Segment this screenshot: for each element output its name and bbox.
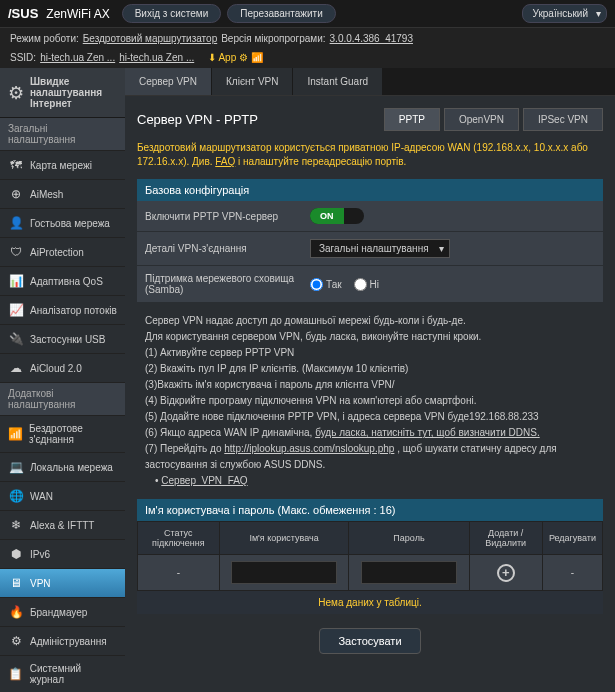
sidebar-item[interactable]: ☁AiCloud 2.0: [0, 354, 125, 383]
menu-icon: 🖥: [8, 576, 24, 590]
sidebar-item[interactable]: 🔌Застосунки USB: [0, 325, 125, 354]
menu-label: Аналізатор потоків: [30, 305, 117, 316]
gear-icon: ⚙: [8, 82, 24, 104]
sidebar-item[interactable]: 👤Гостьова мережа: [0, 209, 125, 238]
menu-icon: 📊: [8, 274, 24, 288]
sidebar-item[interactable]: 💻Локальна мережа: [0, 453, 125, 482]
ssid-1[interactable]: hi-tech.ua Zen ...: [40, 52, 115, 63]
details-select[interactable]: Загальні налаштування: [310, 239, 450, 258]
table-row: - + -: [138, 555, 603, 591]
mode-link[interactable]: Бездротовий маршрутизатор: [83, 33, 217, 44]
step-5: (5) Додайте нове підключення PPTP VPN, і…: [145, 409, 595, 425]
menu-icon: 🗺: [8, 158, 24, 172]
sidebar-item[interactable]: 📈Аналізатор потоків: [0, 296, 125, 325]
wan-warning: Бездротовий маршрутизатор користується п…: [137, 141, 603, 169]
menu-icon: 🌐: [8, 489, 24, 503]
sidebar-item[interactable]: ⬢IPv6: [0, 540, 125, 569]
users-header: Ім'я користувача і пароль (Макс. обмежен…: [137, 499, 603, 521]
fw-label: Версія мікропрограми:: [221, 33, 325, 44]
samba-yes[interactable]: Так: [310, 278, 342, 291]
step-7: (7) Перейдіть до http://iplookup.asus.co…: [145, 441, 595, 473]
sidebar-item[interactable]: 🌐WAN: [0, 482, 125, 511]
reboot-button[interactable]: Перезавантажити: [227, 4, 336, 23]
col-header: Пароль: [349, 522, 469, 555]
step-3: (3)Вкажіть ім'я користувача і пароль для…: [145, 377, 595, 393]
enable-toggle[interactable]: ON: [310, 208, 364, 224]
proto-button[interactable]: PPTP: [384, 108, 440, 131]
language-select[interactable]: Український: [522, 4, 607, 23]
vpn-faq-link[interactable]: Сервер_VPN_FAQ: [161, 475, 247, 486]
section-general: Загальні налаштування: [0, 118, 125, 151]
details-label: Деталі VPN-з'єднання: [145, 243, 310, 254]
edit-cell: -: [542, 555, 602, 591]
menu-label: IPv6: [30, 549, 50, 560]
sidebar-item[interactable]: 📊Адаптивна QoS: [0, 267, 125, 296]
sidebar-item[interactable]: 🗺Карта мережі: [0, 151, 125, 180]
note-steps: Для користування сервером VPN, будь ласк…: [145, 329, 595, 345]
menu-icon: 📋: [8, 667, 24, 681]
col-header: Статус підключення: [138, 522, 220, 555]
proto-button[interactable]: IPSec VPN: [523, 108, 603, 131]
menu-icon: 🔥: [8, 605, 24, 619]
logout-button[interactable]: Вихід з системи: [122, 4, 222, 23]
faq-link[interactable]: FAQ: [215, 156, 235, 167]
sidebar-item[interactable]: ❄Alexa & IFTTT: [0, 511, 125, 540]
password-input[interactable]: [361, 561, 457, 584]
section-basic: Базова конфігурація: [137, 179, 603, 201]
ssid-2[interactable]: hi-tech.ua Zen ...: [119, 52, 194, 63]
sidebar-item[interactable]: 📶Бездротове з'єднання: [0, 416, 125, 453]
ssid-label: SSID:: [10, 52, 36, 63]
tab[interactable]: Клієнт VPN: [212, 68, 293, 95]
iplookup-link[interactable]: http://iplookup.asus.com/nslookup.php: [224, 443, 394, 454]
username-input[interactable]: [231, 561, 336, 584]
note-intro: Сервер VPN надає доступ до домашньої мер…: [145, 313, 595, 329]
menu-label: Локальна мережа: [30, 462, 113, 473]
no-data: Нема даних у таблиці.: [137, 591, 603, 614]
menu-label: AiProtection: [30, 247, 84, 258]
step-4: (4) Відкрийте програму підключення VPN н…: [145, 393, 595, 409]
proto-button[interactable]: OpenVPN: [444, 108, 519, 131]
tab[interactable]: Сервер VPN: [125, 68, 212, 95]
quick-setup[interactable]: ⚙ Швидке налаштування Інтернет: [0, 68, 125, 118]
mode-label: Режим роботи:: [10, 33, 79, 44]
fw-link[interactable]: 3.0.0.4.386_41793: [330, 33, 413, 44]
menu-icon: 🔌: [8, 332, 24, 346]
app-link[interactable]: ⬇ App ⚙ 📶: [208, 52, 263, 63]
users-table: Статус підключенняІм'я користувачаПароль…: [137, 521, 603, 591]
sidebar-item[interactable]: 🛡AiProtection: [0, 238, 125, 267]
col-header: Редагувати: [542, 522, 602, 555]
enable-label: Включити PPTP VPN-сервер: [145, 211, 310, 222]
menu-label: AiCloud 2.0: [30, 363, 82, 374]
ddns-link[interactable]: будь ласка, натисніть тут, щоб визначити…: [315, 427, 540, 438]
menu-label: Карта мережі: [30, 160, 92, 171]
menu-icon: ⊕: [8, 187, 24, 201]
menu-label: Застосунки USB: [30, 334, 105, 345]
menu-label: Адаптивна QoS: [30, 276, 103, 287]
step-2: (2) Вкажіть пул IP для IP клієнтів. (Мак…: [145, 361, 595, 377]
step-6: (6) Якщо адреса WAN IP динамічна, будь л…: [145, 425, 595, 441]
menu-icon: ⬢: [8, 547, 24, 561]
samba-no[interactable]: Ні: [354, 278, 379, 291]
sidebar-item[interactable]: ⊕AiMesh: [0, 180, 125, 209]
brand-logo: /SUS: [8, 6, 38, 21]
menu-icon: 💻: [8, 460, 24, 474]
menu-icon: 🛡: [8, 245, 24, 259]
col-header: Додати / Видалити: [469, 522, 542, 555]
tab[interactable]: Instant Guard: [293, 68, 383, 95]
sidebar-item[interactable]: 📋Системний журнал: [0, 656, 125, 692]
menu-label: Адміністрування: [30, 636, 107, 647]
section-advanced: Додаткові налаштування: [0, 383, 125, 416]
model-name: ZenWiFi AX: [46, 7, 109, 21]
menu-label: AiMesh: [30, 189, 63, 200]
menu-label: WAN: [30, 491, 53, 502]
add-button[interactable]: +: [497, 564, 515, 582]
sidebar-item[interactable]: ⚙Адміністрування: [0, 627, 125, 656]
sidebar-item[interactable]: 🔥Брандмауер: [0, 598, 125, 627]
sidebar-item[interactable]: 🖥VPN: [0, 569, 125, 598]
info-bar: Режим роботи: Бездротовий маршрутизатор …: [0, 28, 615, 68]
apply-button[interactable]: Застосувати: [319, 628, 420, 654]
menu-label: Гостьова мережа: [30, 218, 110, 229]
menu-label: Alexa & IFTTT: [30, 520, 94, 531]
menu-icon: 📶: [8, 427, 23, 441]
menu-icon: ❄: [8, 518, 24, 532]
